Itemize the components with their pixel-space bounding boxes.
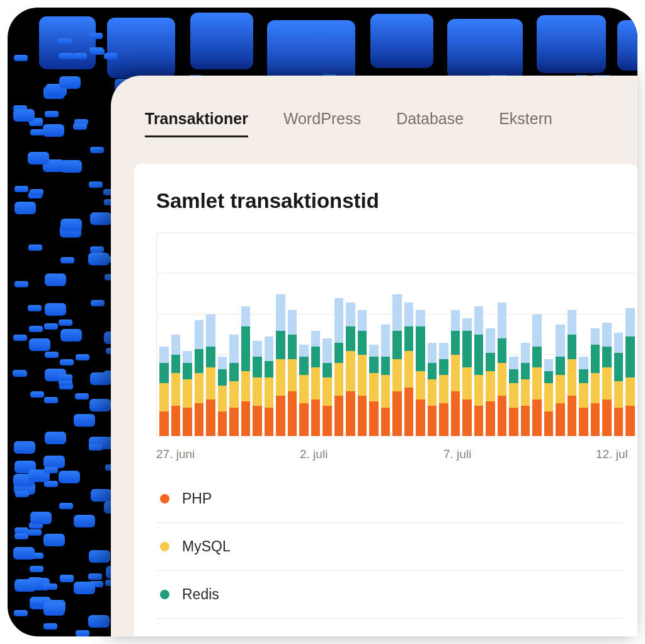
bar — [544, 359, 554, 436]
bar — [404, 302, 414, 436]
bar — [532, 314, 542, 436]
bar — [358, 310, 367, 436]
bar — [171, 335, 181, 436]
legend-dot-icon — [160, 542, 169, 551]
bar — [276, 294, 285, 436]
bar — [602, 323, 612, 436]
chart-title: Samlet transaktionstid — [156, 189, 637, 213]
tab-bar: TransaktionerWordPressDatabaseEkstern — [111, 76, 637, 149]
bar — [183, 351, 192, 436]
chart-card: Samlet transaktionstid 27. juni2. juli7.… — [134, 164, 637, 636]
chart-legend: PHPMySQLRedis — [156, 475, 622, 619]
legend-item-redis[interactable]: Redis — [156, 571, 622, 619]
bar — [241, 306, 251, 436]
bar — [556, 325, 565, 436]
chart-area — [156, 233, 637, 436]
bar — [579, 357, 588, 436]
bar — [591, 328, 600, 436]
bar — [614, 333, 624, 436]
bar — [288, 310, 297, 436]
bar — [474, 306, 484, 436]
legend-dot-icon — [160, 494, 169, 503]
bar — [299, 345, 309, 436]
legend-label: MySQL — [182, 538, 231, 555]
bar — [568, 310, 577, 436]
bar — [195, 320, 204, 436]
bar — [625, 308, 635, 436]
legend-label: Redis — [182, 586, 219, 603]
bar — [439, 343, 448, 436]
bar — [206, 314, 215, 436]
x-tick: 7. juli — [443, 447, 471, 461]
bar — [322, 338, 332, 436]
bar — [265, 336, 274, 436]
bar — [498, 302, 507, 436]
x-tick: 27. juni — [156, 447, 195, 461]
bar — [416, 310, 425, 436]
tab-transaktioner[interactable]: Transaktioner — [145, 110, 248, 137]
tab-ekstern[interactable]: Ekstern — [499, 110, 552, 137]
bar — [229, 335, 239, 436]
bar — [369, 345, 379, 436]
legend-item-mysql[interactable]: MySQL — [156, 523, 622, 571]
bar — [253, 341, 262, 436]
bar — [462, 318, 472, 436]
bar — [311, 331, 321, 436]
x-tick: 2. juli — [300, 447, 328, 461]
bar — [218, 357, 227, 436]
tab-wordpress[interactable]: WordPress — [283, 110, 361, 137]
legend-dot-icon — [160, 590, 169, 599]
bar — [428, 343, 437, 436]
dashboard-card: TransaktionerWordPressDatabaseEkstern Sa… — [111, 76, 637, 636]
bar — [451, 310, 460, 436]
bar — [509, 357, 518, 436]
legend-label: PHP — [182, 490, 212, 507]
bar — [334, 298, 344, 436]
tab-database[interactable]: Database — [396, 110, 464, 137]
bar — [159, 347, 169, 436]
chart-bars — [159, 233, 637, 436]
chart-x-axis: 27. juni2. juli7. juli12. jul — [156, 436, 637, 447]
bar — [381, 325, 391, 436]
x-tick: 12. jul — [596, 447, 628, 461]
bar — [486, 328, 495, 436]
bar — [392, 294, 402, 436]
legend-item-php[interactable]: PHP — [156, 475, 622, 523]
bar — [521, 343, 530, 436]
bar — [346, 302, 355, 436]
